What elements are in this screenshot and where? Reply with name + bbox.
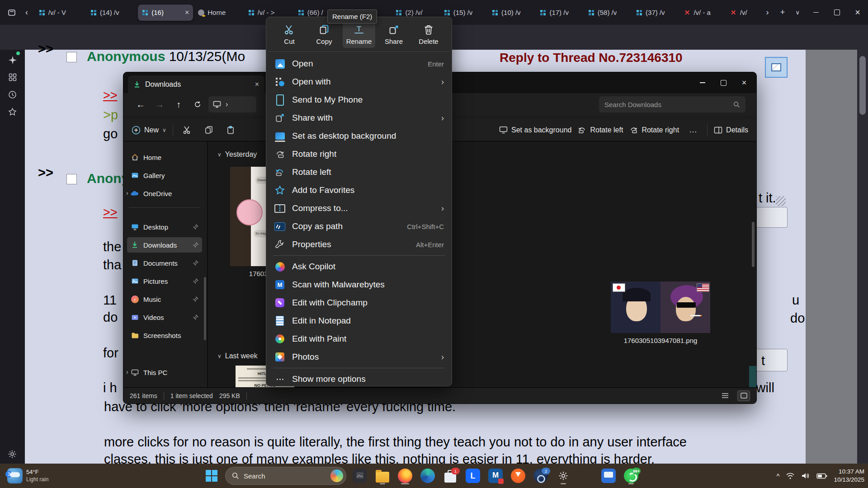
new-button[interactable]: New ∨ <box>132 126 166 135</box>
sidebar-scrollbar[interactable] <box>204 277 206 340</box>
menu-item-add-to-favorites[interactable]: Add to Favorites <box>269 181 449 199</box>
rename-button[interactable]: Rename <box>343 22 375 48</box>
menu-item-compress-to[interactable]: Compress to...› <box>269 199 449 217</box>
quote-link[interactable]: >> <box>103 89 118 103</box>
menu-item-open-with[interactable]: Open with› <box>269 73 449 91</box>
menu-item-open[interactable]: OpenEnter <box>269 55 449 73</box>
browser-close-button[interactable]: × <box>847 4 868 21</box>
ai-chat-icon[interactable] <box>6 53 19 67</box>
menu-item-scan-malwarebytes[interactable]: Scan with Malwarebytes <box>269 276 449 294</box>
start-button[interactable] <box>203 467 221 485</box>
taskbar-app-l[interactable] <box>464 467 482 485</box>
taskbar-app-whatsapp[interactable]: 99+ <box>622 467 640 485</box>
cut-button[interactable]: Cut <box>273 22 306 48</box>
taskbar-app-steam[interactable]: 2 <box>532 467 550 485</box>
content-scrollbar-thumb[interactable] <box>752 222 755 267</box>
taskbar-app-file-explorer[interactable] <box>373 467 392 485</box>
taskbar-app-malwarebytes[interactable] <box>486 467 505 485</box>
menu-item-photos[interactable]: Photos› <box>269 348 449 366</box>
taskbar-search-box[interactable]: Search <box>225 467 346 485</box>
file-name[interactable]: 1760305314908278.png <box>748 337 757 344</box>
explorer-refresh-button[interactable] <box>189 97 206 112</box>
browser-restore-button[interactable] <box>826 4 847 21</box>
set-as-background-button[interactable]: Set as background <box>499 126 571 134</box>
sidebar-item-documents[interactable]: Documents <box>127 255 202 271</box>
share-button[interactable]: Share <box>377 22 410 48</box>
menu-item-share-with[interactable]: Share with› <box>269 109 449 127</box>
taskbar-app-photos-dark[interactable] <box>351 467 369 485</box>
browser-tab[interactable]: Home <box>194 5 243 21</box>
delete-button[interactable]: Delete <box>412 22 445 48</box>
speaker-icon[interactable] <box>801 472 810 479</box>
menu-item-show-more-options[interactable]: Show more options <box>269 370 449 388</box>
browser-tab[interactable]: ✕/v/ <box>726 5 760 21</box>
file-name[interactable]: 1760305103947081.png <box>611 337 710 344</box>
scrollbar-thumb[interactable] <box>859 56 866 115</box>
menu-item-set-desktop-background[interactable]: Set as desktop background <box>269 127 449 145</box>
sidebar-settings-gear-icon[interactable] <box>5 447 19 461</box>
browser-tab[interactable]: (58) /v <box>584 5 631 21</box>
file-thumbnail-portraits[interactable] <box>611 282 710 333</box>
large-icons-view-icon[interactable] <box>737 390 750 401</box>
browser-tab[interactable]: (14) /v <box>86 5 137 21</box>
breadcrumb-this-pc[interactable]: › <box>208 96 256 113</box>
new-tab-button[interactable]: + <box>775 5 789 20</box>
rotate-left-button[interactable]: Rotate left <box>578 126 623 134</box>
sidebar-item-downloads[interactable]: Downloads <box>127 237 202 253</box>
menu-item-edit-paint[interactable]: Edit with Paint <box>269 330 449 348</box>
copy-icon[interactable] <box>201 122 217 138</box>
breadcrumb-chevron[interactable]: › <box>226 100 228 108</box>
explorer-minimize-button[interactable] <box>692 74 713 91</box>
tab-close-icon[interactable]: × <box>185 9 189 17</box>
browser-tab-active[interactable]: (16)× <box>138 5 193 21</box>
menu-item-send-to-phone[interactable]: Send to My Phone <box>269 91 449 109</box>
page-scrollbar[interactable] <box>857 50 868 464</box>
quote-link[interactable]: >> <box>103 206 118 220</box>
backlink-arrows[interactable]: >> <box>38 165 53 180</box>
explorer-up-button[interactable]: ↑ <box>170 97 187 112</box>
tab-list-dropdown-icon[interactable]: ∨ <box>791 5 805 20</box>
group-header-last-week[interactable]: ∨Last week <box>217 352 258 360</box>
sidebar-item-gallery[interactable]: Gallery <box>127 168 202 183</box>
sidebar-item-music[interactable]: ♪ Music <box>127 291 202 307</box>
browser-tab[interactable]: (17) /v <box>536 5 583 21</box>
group-header-yesterday[interactable]: ∨Yesterday <box>217 150 257 159</box>
cut-icon[interactable] <box>179 122 195 138</box>
details-view-icon[interactable] <box>719 391 731 401</box>
wifi-icon[interactable] <box>786 473 795 479</box>
backlink-arrows[interactable]: >> <box>38 42 53 56</box>
taskbar-app-settings[interactable] <box>554 467 572 485</box>
taskbar-app-edge[interactable] <box>419 467 437 485</box>
tray-chevron-up[interactable]: ^ <box>776 472 779 480</box>
browser-minimize-button[interactable] <box>806 4 826 21</box>
details-button[interactable]: Details <box>714 126 748 134</box>
library-grid-icon[interactable] <box>6 70 19 84</box>
browser-tab[interactable]: ✕/v/ - a <box>680 5 725 21</box>
explorer-close-button[interactable]: × <box>734 74 755 91</box>
selected-image-placeholder-icon[interactable] <box>765 57 788 78</box>
sidebar-item-desktop[interactable]: Desktop <box>127 219 202 235</box>
menu-item-properties[interactable]: PropertiesAlt+Enter <box>269 235 449 253</box>
browser-tab[interactable]: /v/ - V <box>35 5 85 21</box>
tab-close-icon[interactable]: × <box>255 80 259 89</box>
sidebar-item-screenshots[interactable]: Screenshots <box>127 328 202 343</box>
paste-icon[interactable] <box>223 122 238 138</box>
menu-item-edit-clipchamp[interactable]: Edit with Clipchamp <box>269 294 449 312</box>
explorer-forward-button[interactable]: → <box>151 97 168 112</box>
history-clock-icon[interactable] <box>6 88 19 101</box>
sidebar-item-home[interactable]: Home <box>127 150 202 165</box>
explorer-maximize-button[interactable] <box>713 74 734 91</box>
explorer-search-box[interactable]: Search Downloads <box>599 96 745 113</box>
bookmarks-star-icon[interactable] <box>6 105 19 118</box>
taskbar-app-monitor[interactable] <box>599 467 618 485</box>
sidebar-item-videos[interactable]: Videos <box>127 310 202 325</box>
browser-tab[interactable]: (37) /v <box>632 5 679 21</box>
browser-tab[interactable]: (10) /v <box>488 5 535 21</box>
menu-item-edit-notepad[interactable]: Edit in Notepad <box>269 312 449 330</box>
explorer-back-button[interactable]: ← <box>132 97 149 112</box>
tab-scroll-left-icon[interactable]: ‹ <box>19 5 33 20</box>
rotate-right-button[interactable]: Rotate right <box>629 126 679 134</box>
taskbar-app-firefox[interactable] <box>396 467 414 485</box>
taskbar-weather-widget[interactable]: 3 54°FLight rain <box>5 464 51 488</box>
more-commands-ellipsis[interactable]: … <box>685 122 701 138</box>
